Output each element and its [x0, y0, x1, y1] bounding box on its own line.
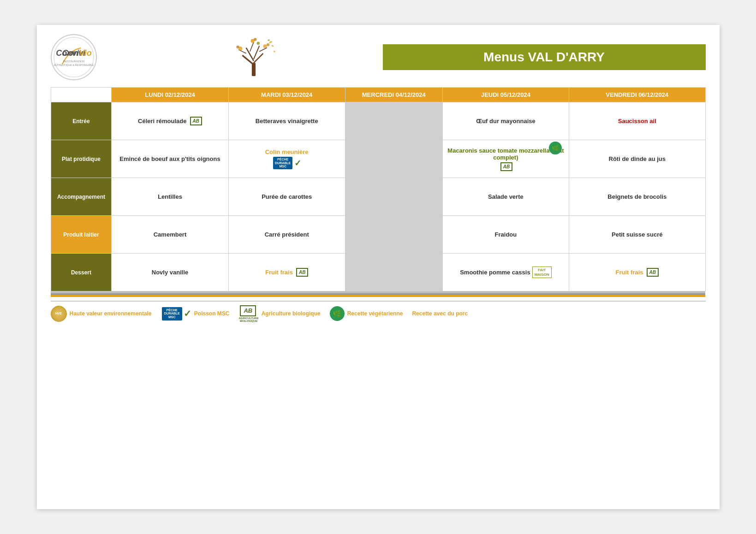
cell-entree-lundi: Céleri rémoulade AB — [112, 102, 228, 140]
legend-hve: HVE Haute valeur environnementale — [51, 306, 152, 322]
page: Convi ConviVio RESTAURATION AUTHENTIQUE … — [37, 25, 720, 509]
ab-legend-badge: AB — [240, 305, 256, 316]
day-header-mardi: MARDI 03/12/2024 — [228, 88, 345, 102]
cell-laitier-vendredi: Petit suisse sucré — [569, 216, 705, 254]
svg-line-6 — [242, 55, 254, 65]
ab-badge-dessert-vendredi: AB — [647, 268, 659, 277]
cell-plat-mardi: Colin meunière PÊCHEDURABLEMSC ✓ — [228, 140, 345, 178]
header: Convi ConviVio RESTAURATION AUTHENTIQUE … — [51, 34, 706, 80]
cell-entree-vendredi: Saucisson ail — [569, 102, 705, 140]
check-icon: ✓ — [294, 158, 301, 168]
legend-msc: PÊCHEDURABLEMSC ✓ Poisson MSC — [161, 307, 230, 320]
row-dessert: Dessert Novly vanille Fruit frais AB — [51, 254, 705, 291]
cell-entree-mardi: Betteraves vinaigrette — [228, 102, 345, 140]
days-header-row: LUNDI 02/12/2024 MARDI 03/12/2024 MERCRE… — [51, 88, 705, 102]
svg-point-23 — [273, 50, 276, 53]
svg-rect-5 — [251, 63, 255, 76]
row-label-dessert: Dessert — [51, 254, 112, 291]
cell-laitier-jeudi: Fraidou — [442, 216, 569, 254]
svg-point-19 — [266, 43, 269, 47]
legend-row: HVE Haute valeur environnementale PÊCHED… — [51, 301, 706, 322]
cell-acc-vendredi: Beignets de brocolis — [569, 178, 705, 216]
row-accompagnement: Accompagnement Lentilles Purée de carott… — [51, 178, 705, 216]
svg-point-18 — [263, 44, 267, 48]
stripe-row-3 — [51, 295, 705, 297]
svg-point-16 — [254, 38, 257, 41]
row-laitier: Produit laitier Camembert Carré présiden… — [51, 216, 705, 254]
day-header-jeudi: JEUDI 05/12/2024 — [442, 88, 569, 102]
cell-laitier-mercredi — [345, 216, 442, 254]
cell-acc-mardi: Purée de carottes — [228, 178, 345, 216]
menu-table: LUNDI 02/12/2024 MARDI 03/12/2024 MERCRE… — [51, 87, 706, 297]
fait-maison-badge: FAITMAISON — [532, 267, 552, 278]
row-label-plat: Plat protidique — [51, 140, 112, 178]
row-plat: Plat protidique Emincé de boeuf aux p'ti… — [51, 140, 705, 178]
legend-ab: AB AGRICULTUREBIOLOGIQUE Agriculture bio… — [238, 305, 320, 322]
svg-point-22 — [267, 39, 270, 41]
cell-dessert-mardi: Fruit frais AB — [228, 254, 345, 291]
logo-area: Convi ConviVio RESTAURATION AUTHENTIQUE … — [51, 34, 125, 80]
page-title: Menus VAL D'ARRY — [383, 44, 706, 70]
svg-line-11 — [250, 42, 253, 51]
ab-badge: AB — [190, 117, 202, 125]
svg-point-17 — [256, 42, 260, 45]
cell-laitier-lundi: Camembert — [112, 216, 228, 254]
cell-entree-mercredi — [345, 102, 442, 140]
cell-plat-jeudi: 🌿 Macaronis sauce tomate mozzarella (pla… — [442, 140, 569, 178]
cell-laitier-mardi: Carré président — [228, 216, 345, 254]
cell-acc-jeudi: Salade verte — [442, 178, 569, 216]
cell-acc-lundi: Lentilles — [112, 178, 228, 216]
cell-acc-mercredi — [345, 178, 442, 216]
logo: Convi ConviVio RESTAURATION AUTHENTIQUE … — [51, 34, 97, 80]
row-label-accompagnement: Accompagnement — [51, 178, 112, 216]
svg-point-20 — [268, 41, 272, 44]
ab-badge-dessert-mardi: AB — [296, 268, 308, 277]
svg-text:AUTHENTIQUE & RESPONSABLE: AUTHENTIQUE & RESPONSABLE — [54, 64, 94, 66]
svg-text:ConviVio: ConviVio — [56, 48, 91, 58]
svg-point-14 — [236, 46, 239, 49]
legend-veg: 🌿 Recette végétarienne — [330, 306, 403, 321]
day-header-mercredi: MERCREDI 04/12/2024 — [345, 88, 442, 102]
cell-dessert-mercredi — [345, 254, 442, 291]
row-label-laitier: Produit laitier — [51, 216, 112, 254]
svg-line-12 — [259, 48, 267, 52]
cell-plat-lundi: Emincé de boeuf aux p'tits oignons — [112, 140, 228, 178]
svg-text:RESTAURATION: RESTAURATION — [63, 60, 84, 63]
msc-badge: PÊCHEDURABLEMSC — [273, 157, 292, 169]
cell-plat-vendredi: Rôti de dinde au jus — [569, 140, 705, 178]
svg-point-21 — [271, 45, 274, 47]
svg-line-9 — [254, 46, 259, 59]
day-header-lundi: LUNDI 02/12/2024 — [112, 88, 228, 102]
row-label-entree: Entrée — [51, 102, 112, 140]
veg-legend-icon: 🌿 — [330, 306, 345, 321]
cell-plat-mercredi — [345, 140, 442, 178]
cell-dessert-lundi: Novly vanille — [112, 254, 228, 291]
msc-check-icon: ✓ — [184, 308, 191, 319]
msc-legend-badge: PÊCHEDURABLEMSC — [162, 307, 182, 320]
hve-icon: HVE — [51, 306, 67, 322]
tree-area — [125, 36, 383, 78]
cell-dessert-vendredi: Fruit frais AB — [569, 254, 705, 291]
tree-icon — [226, 36, 281, 78]
row-entree: Entrée Céleri rémoulade AB Betteraves vi… — [51, 102, 705, 140]
legend-porc: Recette avec du porc — [412, 310, 468, 317]
cell-entree-jeudi: Œuf dur mayonnaise — [442, 102, 569, 140]
day-header-vendredi: VENDREDI 06/12/2024 — [569, 88, 705, 102]
cell-dessert-jeudi: Smoothie pomme cassis FAITMAISON — [442, 254, 569, 291]
